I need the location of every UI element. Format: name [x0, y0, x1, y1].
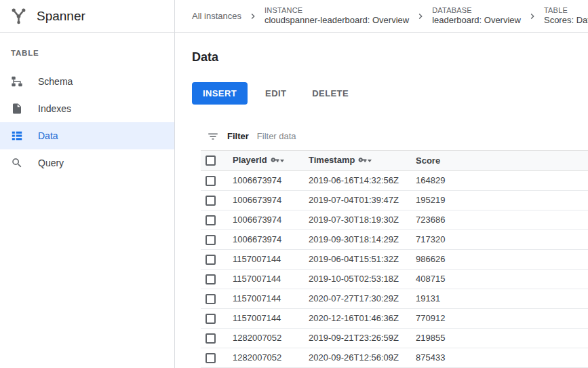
- sidebar-item-label: Schema: [38, 76, 73, 87]
- table-row[interactable]: 1157007144 2019-06-04T15:51:32Z 986626: [201, 249, 588, 269]
- sidebar-item-schema[interactable]: Schema: [0, 68, 174, 95]
- cell-timestamp: 2019-10-05T02:53:18Z: [309, 269, 416, 289]
- cell-timestamp: 2020-07-27T17:30:29Z: [309, 289, 416, 308]
- column-label: PlayerId: [233, 155, 267, 165]
- data-table-icon: [11, 130, 23, 142]
- row-checkbox[interactable]: [205, 274, 216, 284]
- breadcrumb-all-instances[interactable]: All instances: [192, 11, 241, 21]
- cell-timestamp: 2019-09-21T23:26:59Z: [309, 328, 416, 348]
- cell-score: 164829: [416, 170, 588, 190]
- cell-timestamp: 2020-12-16T01:46:36Z: [309, 308, 416, 328]
- sidebar-item-label: Data: [38, 130, 58, 141]
- cell-timestamp: 2019-07-30T18:19:30Z: [309, 210, 416, 229]
- page-title: Data: [192, 50, 588, 65]
- breadcrumb-table[interactable]: TABLE Scores: Data: [544, 6, 588, 26]
- edit-button[interactable]: EDIT: [257, 82, 294, 105]
- row-checkbox[interactable]: [205, 353, 216, 363]
- breadcrumb-database[interactable]: DATABASE leaderboard: Overview: [432, 6, 521, 26]
- table-row[interactable]: 1006673974 2019-09-30T18:14:29Z 717320: [201, 229, 588, 249]
- chevron-right-icon: [527, 11, 538, 22]
- column-header-playerid[interactable]: PlayerId: [233, 151, 309, 170]
- cell-playerid: 1157007144: [233, 269, 309, 289]
- cell-score: 986626: [416, 249, 588, 269]
- sort-arrow-icon: [280, 160, 284, 162]
- app-title: Spanner: [37, 9, 85, 24]
- top-bar: Spanner All instances INSTANCE cloudspan…: [0, 0, 588, 33]
- toolbar: INSERT EDIT DELETE: [192, 82, 588, 105]
- table-row[interactable]: 1157007144 2020-07-27T17:30:29Z 19131: [201, 289, 588, 308]
- insert-button[interactable]: INSERT: [192, 82, 248, 105]
- cell-score: 219855: [416, 328, 588, 348]
- key-icon: [271, 156, 279, 166]
- column-label: Timestamp: [309, 155, 355, 165]
- key-icon: [358, 156, 367, 166]
- cell-score: 875433: [416, 348, 588, 367]
- table-row[interactable]: 1282007052 2020-09-26T12:56:09Z 875433: [201, 348, 588, 367]
- column-header-timestamp[interactable]: Timestamp: [309, 151, 416, 170]
- cell-playerid: 1282007052: [233, 328, 309, 348]
- row-checkbox[interactable]: [205, 215, 216, 225]
- breadcrumb-instance-value: cloudspanner-leaderboard: Overview: [264, 15, 409, 26]
- table-row[interactable]: 1006673974 2019-06-16T14:32:56Z 164829: [201, 170, 588, 190]
- filter-bar: Filter: [201, 122, 588, 151]
- cell-playerid: 1282007052: [233, 348, 309, 367]
- table-row[interactable]: 1006673974 2019-07-30T18:19:30Z 723686: [201, 210, 588, 229]
- cell-playerid: 1157007144: [233, 249, 309, 269]
- cell-timestamp: 2020-09-26T12:56:09Z: [309, 348, 416, 367]
- sidebar: TABLE Schema Indexes: [0, 33, 175, 368]
- filter-icon: [207, 130, 219, 143]
- table-header-row: PlayerId Timestamp Score: [201, 151, 588, 170]
- column-label: Score: [416, 155, 440, 166]
- table-row[interactable]: 1006673974 2019-07-04T01:39:47Z 195219: [201, 190, 588, 210]
- row-checkbox[interactable]: [205, 333, 216, 344]
- cell-score: 717320: [416, 229, 588, 249]
- breadcrumb-database-kicker: DATABASE: [432, 6, 521, 16]
- row-checkbox[interactable]: [205, 255, 216, 265]
- main-content: Data INSERT EDIT DELETE Filter: [175, 33, 588, 368]
- spanner-logo-icon: [9, 7, 28, 25]
- search-icon: [11, 157, 23, 169]
- cell-score: 195219: [416, 190, 588, 210]
- sort-arrow-icon: [368, 160, 372, 162]
- row-checkbox[interactable]: [205, 176, 216, 186]
- cell-timestamp: 2019-06-04T15:51:32Z: [309, 249, 416, 269]
- sidebar-item-indexes[interactable]: Indexes: [0, 95, 174, 122]
- row-checkbox[interactable]: [205, 294, 216, 304]
- cell-timestamp: 2019-06-16T14:32:56Z: [309, 170, 416, 190]
- cell-timestamp: 2019-07-04T01:39:47Z: [309, 190, 416, 210]
- schema-icon: [11, 75, 23, 88]
- breadcrumb: All instances INSTANCE cloudspanner-lead…: [175, 0, 588, 32]
- indexes-icon: [11, 103, 23, 115]
- select-all-checkbox[interactable]: [205, 155, 216, 166]
- sidebar-item-query[interactable]: Query: [0, 149, 174, 177]
- breadcrumb-instance[interactable]: INSTANCE cloudspanner-leaderboard: Overv…: [264, 6, 409, 26]
- cell-playerid: 1157007144: [233, 308, 309, 328]
- breadcrumb-table-kicker: TABLE: [544, 6, 588, 16]
- row-checkbox[interactable]: [205, 196, 216, 206]
- sidebar-item-data[interactable]: Data: [0, 122, 174, 149]
- delete-button[interactable]: DELETE: [304, 82, 357, 105]
- chevron-right-icon: [415, 11, 426, 22]
- cell-score: 408715: [416, 269, 588, 289]
- sidebar-section-title: TABLE: [0, 41, 174, 68]
- cell-score: 723686: [416, 210, 588, 229]
- column-header-score[interactable]: Score: [416, 151, 588, 170]
- filter-label: Filter: [227, 131, 249, 141]
- chevron-right-icon: [248, 11, 258, 22]
- table-row[interactable]: 1157007144 2020-12-16T01:46:36Z 770912: [201, 308, 588, 328]
- row-checkbox[interactable]: [205, 314, 216, 324]
- cell-score: 770912: [416, 308, 588, 328]
- filter-input[interactable]: [257, 131, 582, 141]
- cell-playerid: 1006673974: [233, 229, 309, 249]
- sidebar-item-label: Indexes: [38, 103, 71, 114]
- table-row[interactable]: 1282007052 2019-09-21T23:26:59Z 219855: [201, 328, 588, 348]
- breadcrumb-table-value: Scores: Data: [544, 15, 588, 26]
- breadcrumb-instance-kicker: INSTANCE: [264, 6, 409, 16]
- cell-playerid: 1006673974: [233, 210, 309, 229]
- table-row[interactable]: 1157007144 2019-10-05T02:53:18Z 408715: [201, 269, 588, 289]
- cell-playerid: 1157007144: [233, 289, 309, 308]
- data-table: PlayerId Timestamp Score 1006673974 2019…: [201, 151, 588, 368]
- row-checkbox[interactable]: [205, 235, 216, 245]
- cell-score: 19131: [416, 289, 588, 308]
- data-table-area: Filter PlayerId Timestamp: [201, 122, 588, 368]
